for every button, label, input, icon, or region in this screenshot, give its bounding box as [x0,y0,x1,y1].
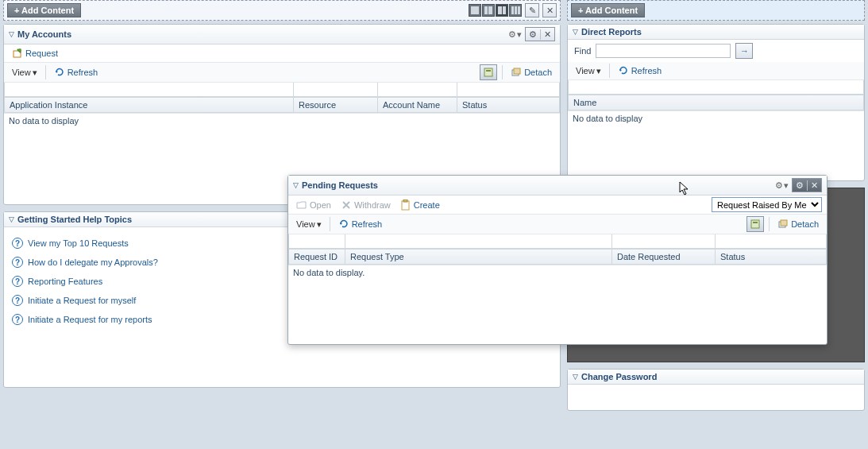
collapse-icon[interactable]: ▽ [9,30,14,38]
find-label: Find [574,46,591,56]
request-icon [12,48,23,59]
refresh-button[interactable]: Refresh [51,65,102,79]
find-go-button[interactable]: → [735,43,753,59]
export-button[interactable] [480,64,497,80]
help-topic-link[interactable]: Reporting Features [28,277,102,286]
svg-rect-2 [484,68,492,76]
col-status[interactable]: Status [457,97,560,113]
col-account-name[interactable]: Account Name [378,97,457,113]
add-content-bar-right: + Add Content [567,0,865,21]
question-icon: ? [12,238,23,249]
add-content-bar-left: + Add Content ✎ ✕ [3,0,561,21]
svg-rect-7 [403,199,407,202]
gear-menu-button[interactable]: ⚙▾ [508,29,522,40]
svg-point-1 [18,48,21,52]
svg-rect-6 [402,201,409,210]
edit-layout-button[interactable]: ✎ [525,3,539,17]
portlet-title: My Accounts [17,29,71,39]
add-content-button[interactable]: + Add Content [7,3,81,17]
close-portlet-icon[interactable]: ✕ [807,180,821,191]
settings-icon[interactable]: ⚙ [793,180,807,191]
filter-select[interactable]: Request Raised By Me [712,197,822,212]
question-icon: ? [12,276,23,287]
col-request-id[interactable]: Request ID [288,249,345,265]
withdraw-button[interactable]: Withdraw [338,198,394,212]
svg-rect-3 [486,70,491,72]
detach-button[interactable]: Detach [774,217,822,231]
layout-picker [469,4,522,17]
svg-rect-9 [753,222,758,223]
no-data-label: No data to display. [288,265,827,344]
refresh-icon [338,219,349,230]
request-button[interactable]: Request [9,46,61,60]
open-button[interactable]: Open [293,198,334,212]
svg-rect-8 [751,220,759,228]
no-data-label: No data to display [568,110,864,180]
help-topic-link[interactable]: View my Top 10 Requests [28,238,129,248]
portlet-title: Direct Reports [581,27,642,37]
refresh-icon [54,67,65,78]
settings-icon[interactable]: ⚙ [526,29,540,40]
help-topic-link[interactable]: How do I delegate my Approvals? [28,257,158,267]
add-content-button[interactable]: + Add Content [571,3,645,17]
export-button[interactable] [746,216,764,232]
layout-1col-button[interactable] [469,4,481,17]
col-name[interactable]: Name [568,95,864,110]
create-button[interactable]: Create [397,198,443,212]
question-icon: ? [12,314,23,325]
withdraw-icon [341,199,352,211]
col-date-requested[interactable]: Date Requested [612,249,716,265]
find-input[interactable] [596,44,731,58]
svg-rect-5 [514,68,520,74]
direct-reports-portlet: ▽ Direct Reports Find → View▾ Refresh Na… [567,24,865,181]
close-layout-button[interactable]: ✕ [542,3,557,17]
gear-menu-button[interactable]: ⚙▾ [775,180,789,191]
view-menu-button[interactable]: View▾ [573,64,604,78]
help-topic-link[interactable]: Initiate a Request for my reports [28,315,152,324]
folder-open-icon [296,199,307,211]
detach-icon [511,67,522,78]
portlet-title: Change Password [581,372,657,381]
view-menu-button[interactable]: View▾ [293,218,325,231]
view-menu-button[interactable]: View▾ [9,66,41,79]
svg-rect-11 [781,220,787,226]
detach-icon [777,219,789,230]
col-request-type[interactable]: Request Type [345,249,612,265]
col-app-instance[interactable]: Application Instance [4,97,294,113]
refresh-button[interactable]: Refresh [615,64,665,78]
refresh-icon [618,65,629,76]
portlet-title: Getting Started Help Topics [17,215,132,224]
change-password-portlet: ▽ Change Password [567,369,865,411]
layout-3col-button[interactable] [509,4,522,17]
collapse-icon[interactable]: ▽ [9,215,14,223]
detach-button[interactable]: Detach [507,65,555,79]
layout-2col-b-button[interactable] [496,4,508,17]
pending-requests-portlet: ▽ Pending Requests ⚙▾ ⚙ ✕ Open Withdraw … [287,175,827,345]
create-icon [400,199,411,211]
cursor-icon [679,181,692,197]
col-resource[interactable]: Resource [294,97,378,113]
help-topic-link[interactable]: Initiate a Request for myself [28,296,136,305]
col-status[interactable]: Status [716,249,827,265]
question-icon: ? [12,295,23,306]
collapse-icon[interactable]: ▽ [573,373,578,381]
close-portlet-icon[interactable]: ✕ [540,29,554,40]
collapse-icon[interactable]: ▽ [573,28,578,36]
collapse-icon[interactable]: ▽ [293,181,299,189]
refresh-button[interactable]: Refresh [335,217,386,231]
layout-2col-a-button[interactable] [482,4,495,17]
portlet-title: Pending Requests [302,180,378,190]
question-icon: ? [12,257,23,268]
